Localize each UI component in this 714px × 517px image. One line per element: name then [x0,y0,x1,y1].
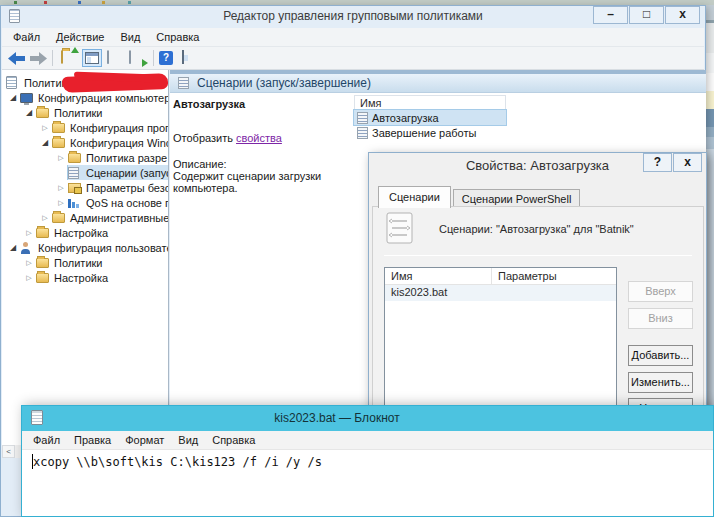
bg-stripe [706,127,714,137]
add-button[interactable]: Добавить... [628,345,693,366]
expander-icon[interactable]: ◢ [6,90,20,105]
properties-dialog: Свойства: Автозагрузка ? x Сценарии Сцен… [368,152,707,422]
folder-icon [52,123,67,133]
user-icon [20,242,35,254]
bg-stripe [706,73,714,91]
tree-item-policy-based-qos[interactable]: ▷ QoS на основе п [2,195,168,210]
up-button[interactable]: Вверх [628,281,693,302]
bg-stripe [706,149,714,405]
tab-scripts[interactable]: Сценарии [378,186,451,208]
script-row[interactable]: kis2023.bat [385,285,616,301]
desktop-icon-speck [14,1,17,4]
properties-icon[interactable] [107,51,123,66]
tree-item-computer-config[interactable]: ◢ Конфигурация компьютер [2,90,168,105]
edit-button[interactable]: Изменить... [628,372,693,393]
extended-description-pane: Автозагрузка Отобразить свойства Описани… [173,98,348,194]
dialog-caption-buttons: ? x [642,153,702,172]
menu-help[interactable]: Справка [148,29,207,45]
tree-item-administrative-templates[interactable]: ▷ Административные [2,210,168,225]
expander-icon[interactable]: ▷ [22,255,36,270]
expander-icon[interactable]: ▷ [54,180,68,195]
screen: Редактор управления групповыми политикам… [0,0,714,517]
desktop-icon-speck [78,1,81,4]
expander-icon[interactable]: ▷ [38,120,52,135]
script-icon [68,167,83,179]
scripts-listbox[interactable]: Имя Параметры kis2023.bat [384,267,617,420]
np-menu-format[interactable]: Формат [118,432,171,448]
tree-item-scripts[interactable]: Сценарии (запус [2,165,168,180]
desktop-icon-speck [128,1,131,4]
expander-icon[interactable]: ▷ [54,195,68,210]
background-window-sliver [706,5,714,405]
script-params [492,285,504,301]
expander-icon[interactable]: ▷ [22,225,36,240]
selected-item-name: Автозагрузка [173,98,348,110]
expander-icon[interactable]: ◢ [22,105,36,120]
display-properties-line: Отобразить свойства [173,132,348,144]
menu-action[interactable]: Действие [48,29,112,45]
notepad-title: kis2023.bat — Блокнот [22,411,652,425]
computer-icon [20,93,35,103]
toolbar-separator [153,50,154,66]
tree-item-user-config[interactable]: ◢ Конфигурация пользовате [2,240,168,255]
list-item-shutdown[interactable]: Завершение работы [354,125,506,140]
close-button[interactable]: x [665,6,700,24]
tree-item-security-settings[interactable]: ▷ Параметры безо [2,180,168,195]
notepad-text: xcopy \\b\soft\kis C:\kis123 /f /i /y /s [33,455,322,469]
column-header-name[interactable]: Имя [354,95,506,110]
description-line-2: компьютера. [173,182,348,194]
gpo-titlebar[interactable]: Редактор управления групповыми политикам… [1,6,705,27]
back-icon[interactable] [8,52,25,65]
bg-stripe [706,5,714,20]
scripts-dialog-icon [384,211,416,245]
help-icon[interactable]: ? [159,51,173,65]
new-window-icon[interactable] [182,51,198,66]
expander-icon[interactable]: ◢ [38,135,52,150]
dialog-help-button[interactable]: ? [643,153,672,172]
np-menu-view[interactable]: Вид [171,432,205,448]
show-console-tree-icon[interactable] [82,49,102,67]
toolbar-separator [52,50,53,66]
gpo-toolbar: ? [2,47,704,70]
dialog-close-button[interactable]: x [673,153,702,172]
notepad-text-area[interactable]: xcopy \\b\soft\kis C:\kis123 /f /i /y /s [22,450,713,516]
folder-icon [36,258,51,268]
column-name[interactable]: Имя [385,268,492,284]
np-menu-help[interactable]: Справка [205,432,262,448]
gpo-menubar: Файл Действие Вид Справка [2,28,704,47]
minimize-button[interactable]: – [593,6,628,24]
folder-icon [36,228,51,238]
list-item-startup[interactable]: Автозагрузка [354,110,506,125]
tree-item-preferences[interactable]: ▷ Настройка [2,225,168,240]
expander-icon[interactable]: ▷ [38,210,52,225]
expander-icon[interactable]: ▷ [22,270,36,285]
scroll-left-button[interactable]: < [2,445,15,458]
np-menu-file[interactable]: Файл [26,432,67,448]
scripts-header-icon [178,77,189,89]
script-icon [357,112,368,124]
bg-stripe [706,109,714,127]
up-one-level-icon[interactable] [61,51,77,66]
tree-item-policies[interactable]: ◢ Политики [2,105,168,120]
column-parameters[interactable]: Параметры [492,268,563,284]
tree-item-user-policies[interactable]: ▷ Политики [2,255,168,270]
menu-file[interactable]: Файл [5,29,48,45]
expander-icon[interactable]: ◢ [6,240,20,255]
notepad-titlebar[interactable]: kis2023.bat — Блокнот [22,406,713,431]
tree-item-windows-config[interactable]: ◢ Конфигурация Winc [2,135,168,150]
properties-link[interactable]: свойства [236,132,282,144]
listbox-header: Имя Параметры [385,268,616,285]
bg-stripe [706,23,714,53]
np-menu-edit[interactable]: Правка [67,432,118,448]
tree-item-user-preferences[interactable]: ▷ Настройка [2,270,168,285]
tree-item-name-resolution-policy[interactable]: ▷ Политика разре [2,150,168,165]
tree-item-software-config[interactable]: ▷ Конфигурация прог [2,120,168,135]
results-header: Сценарии (запуск/завершение) [170,74,706,93]
export-list-icon[interactable] [129,51,145,66]
dialog-header-text: Сценарии: "Автозагрузка" для "Batnik" [439,223,634,235]
menu-view[interactable]: Вид [112,29,148,45]
down-button[interactable]: Вниз [628,308,693,329]
maximize-button[interactable]: □ [629,6,664,24]
expander-icon[interactable]: ▷ [54,150,68,165]
forward-icon[interactable] [30,52,47,65]
